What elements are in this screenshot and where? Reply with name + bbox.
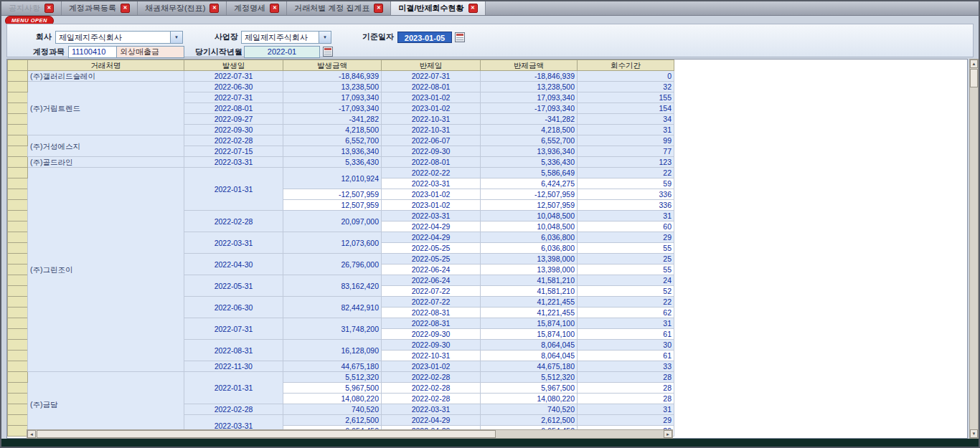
occur-amount-cell[interactable]: 82,442,910 xyxy=(283,297,382,318)
occur-amount-cell[interactable]: 20,097,000 xyxy=(283,211,382,232)
occur-amount-cell[interactable]: 5,967,500 xyxy=(283,383,382,394)
occur-date-cell[interactable]: 2022-09-27 xyxy=(184,114,283,125)
row-indicator[interactable] xyxy=(8,92,28,103)
period-cell[interactable]: 55 xyxy=(578,243,674,254)
period-cell[interactable]: 155 xyxy=(578,92,674,103)
customer-cell[interactable]: (주)거성에스지 xyxy=(28,135,184,157)
settle-amount-cell[interactable]: 2,612,500 xyxy=(481,415,578,426)
settle-amount-cell[interactable]: 41,221,455 xyxy=(481,308,578,318)
calendar-icon[interactable] xyxy=(455,32,465,42)
settle-date-cell[interactable]: 2022-03-31 xyxy=(382,211,481,221)
column-header[interactable]: 회수기간 xyxy=(578,60,674,71)
period-cell[interactable]: 29 xyxy=(578,415,674,426)
occur-date-cell[interactable]: 2022-09-30 xyxy=(184,125,283,135)
settle-date-cell[interactable]: 2023-01-02 xyxy=(382,200,481,211)
occur-amount-cell[interactable]: 31,748,200 xyxy=(283,318,382,340)
settle-date-cell[interactable]: 2022-02-28 xyxy=(382,394,481,404)
site-select[interactable]: 제일제지주식회사 ▼ xyxy=(241,31,331,44)
settle-date-cell[interactable]: 2022-09-30 xyxy=(382,146,481,157)
column-header[interactable]: 발생일 xyxy=(184,60,283,71)
settle-date-cell[interactable]: 2023-01-02 xyxy=(382,92,481,103)
settle-date-cell[interactable]: 2022-02-28 xyxy=(382,383,481,394)
settle-amount-cell[interactable]: -18,846,939 xyxy=(481,71,578,82)
period-cell[interactable]: 31 xyxy=(578,404,674,415)
settle-date-cell[interactable]: 2022-10-31 xyxy=(382,125,481,135)
occur-date-cell[interactable]: 2022-07-31 xyxy=(184,92,283,103)
period-cell[interactable]: 25 xyxy=(578,254,674,264)
occur-date-cell[interactable]: 2022-03-31 xyxy=(184,232,283,254)
period-cell[interactable]: 99 xyxy=(578,135,674,146)
occur-date-cell[interactable]: 2022-02-28 xyxy=(184,211,283,232)
occur-amount-cell[interactable]: 44,675,180 xyxy=(283,361,382,372)
row-indicator[interactable] xyxy=(8,135,28,146)
row-indicator[interactable] xyxy=(8,254,28,264)
row-indicator[interactable] xyxy=(8,340,28,351)
occur-date-cell[interactable]: 2022-03-31 xyxy=(184,157,283,168)
close-icon[interactable]: ✕ xyxy=(121,4,130,13)
occur-amount-cell[interactable]: 16,128,090 xyxy=(283,340,382,361)
period-cell[interactable]: 123 xyxy=(578,157,674,168)
period-cell[interactable]: 60 xyxy=(578,221,674,232)
occur-date-cell[interactable]: 2022-06-30 xyxy=(184,297,283,318)
settle-date-cell[interactable]: 2022-07-22 xyxy=(382,286,481,297)
row-indicator[interactable] xyxy=(8,168,28,178)
occur-amount-cell[interactable]: 12,010,924 xyxy=(283,168,382,189)
customer-cell[interactable]: (주)금담 xyxy=(28,372,184,437)
row-indicator[interactable] xyxy=(8,157,28,168)
settle-amount-cell[interactable]: -17,093,340 xyxy=(481,103,578,114)
settle-amount-cell[interactable]: 5,512,320 xyxy=(481,372,578,383)
account-code-input[interactable]: 11100410 xyxy=(68,46,117,58)
period-cell[interactable]: 77 xyxy=(578,146,674,157)
occur-amount-cell[interactable]: 740,520 xyxy=(283,404,382,415)
settle-date-cell[interactable]: 2022-02-28 xyxy=(382,372,481,383)
period-cell[interactable]: 22 xyxy=(578,168,674,178)
period-cell[interactable]: 29 xyxy=(578,232,674,243)
settle-amount-cell[interactable]: 5,336,430 xyxy=(481,157,578,168)
occur-amount-cell[interactable]: 4,218,500 xyxy=(283,125,382,135)
occur-amount-cell[interactable]: -18,846,939 xyxy=(283,71,382,82)
tab-3[interactable]: 계정명세✕ xyxy=(227,1,287,15)
settle-amount-cell[interactable]: 8,064,045 xyxy=(481,351,578,361)
close-icon[interactable]: ✕ xyxy=(270,4,279,13)
occur-date-cell[interactable]: 2022-06-30 xyxy=(184,82,283,92)
occur-amount-cell[interactable]: -341,282 xyxy=(283,114,382,125)
settle-amount-cell[interactable]: 8,064,045 xyxy=(481,340,578,351)
period-cell[interactable]: 31 xyxy=(578,318,674,329)
settle-amount-cell[interactable]: 6,424,275 xyxy=(481,178,578,189)
base-date-input[interactable]: 2023-01-05 xyxy=(397,32,452,43)
tab-4[interactable]: 거래처별 계정 집계표✕ xyxy=(287,1,391,15)
period-cell[interactable]: 34 xyxy=(578,114,674,125)
period-cell[interactable]: 22 xyxy=(578,297,674,308)
column-header[interactable]: 거래처명 xyxy=(28,60,184,71)
occur-amount-cell[interactable]: 6,552,700 xyxy=(283,135,382,146)
period-cell[interactable]: 55 xyxy=(578,264,674,275)
occur-amount-cell[interactable]: 2,612,500 xyxy=(283,415,382,426)
scroll-left-icon[interactable]: ◄ xyxy=(27,430,36,438)
period-cell[interactable]: 61 xyxy=(578,329,674,340)
settle-date-cell[interactable]: 2022-10-31 xyxy=(382,114,481,125)
settle-date-cell[interactable]: 2022-07-31 xyxy=(382,71,481,82)
settle-amount-cell[interactable]: 41,221,455 xyxy=(481,297,578,308)
row-indicator[interactable] xyxy=(8,404,28,415)
close-icon[interactable]: ✕ xyxy=(209,4,219,13)
period-cell[interactable]: 336 xyxy=(578,189,674,200)
settle-date-cell[interactable]: 2022-06-24 xyxy=(382,264,481,275)
settle-amount-cell[interactable]: -341,282 xyxy=(481,114,578,125)
occur-date-cell[interactable]: 2022-07-31 xyxy=(184,318,283,340)
settle-amount-cell[interactable]: 6,036,800 xyxy=(481,243,578,254)
column-header[interactable]: 발생금액 xyxy=(283,60,382,71)
period-cell[interactable]: 30 xyxy=(578,340,674,351)
tab-2[interactable]: 채권채무장(전표)✕ xyxy=(138,1,227,15)
row-indicator[interactable] xyxy=(8,372,28,383)
occur-amount-cell[interactable]: 17,093,340 xyxy=(283,92,382,103)
row-indicator[interactable] xyxy=(8,103,28,114)
customer-cell[interactable]: (주)골드라인 xyxy=(28,157,184,168)
row-indicator[interactable] xyxy=(8,286,28,297)
occur-amount-cell[interactable]: 83,162,420 xyxy=(283,275,382,297)
period-cell[interactable]: 52 xyxy=(578,286,674,297)
row-indicator[interactable] xyxy=(8,114,28,125)
settle-date-cell[interactable]: 2022-08-01 xyxy=(382,157,481,168)
row-indicator[interactable] xyxy=(8,329,28,340)
settle-date-cell[interactable]: 2022-06-07 xyxy=(382,135,481,146)
row-indicator[interactable] xyxy=(8,351,28,361)
